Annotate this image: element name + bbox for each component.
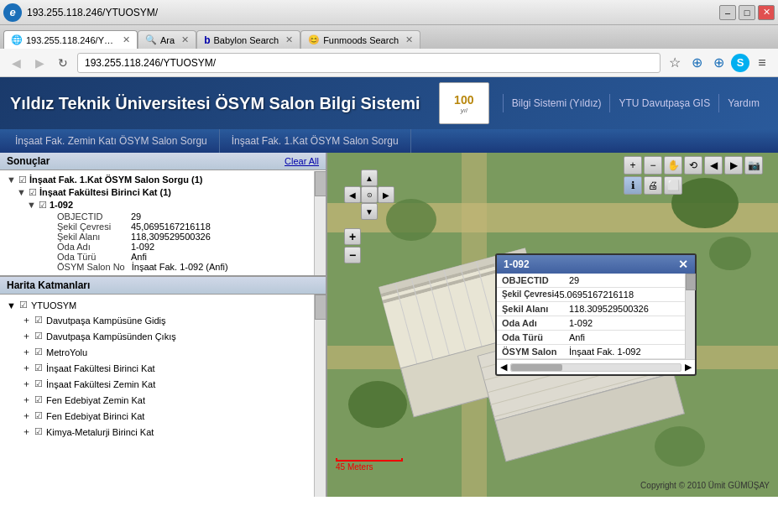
l1-checkbox[interactable]: ☑ <box>29 187 37 198</box>
back-button[interactable]: ◀ <box>7 54 25 72</box>
tab-babylon-favicon: b <box>204 34 210 46</box>
layer-fen-zemin-checkbox[interactable]: ☑ <box>34 394 43 405</box>
popup-footer-thumb[interactable] <box>511 364 562 371</box>
tab-main-close[interactable]: ✕ <box>123 34 130 45</box>
tool-zoom-out[interactable]: − <box>644 156 662 175</box>
tab-ara-close[interactable]: ✕ <box>181 34 189 45</box>
layer-insaat-birinci-label: İnşaat Fakültesi Birinci Kat <box>46 363 155 373</box>
zoom-in-button[interactable]: + <box>344 228 361 245</box>
layer-insaat-zemin[interactable]: ＋ ☑ İnşaat Fakültesi Zemin Kat <box>22 376 311 392</box>
layer-giris-checkbox[interactable]: ☑ <box>34 315 43 326</box>
pan-right-button[interactable]: ▶ <box>378 186 394 203</box>
layer-davutpasa-cikis[interactable]: ＋ ☑ Davutpaşa Kampüsünden Çıkış <box>22 328 311 344</box>
layer-metro-checkbox[interactable]: ☑ <box>34 347 43 357</box>
layers-scrollbar[interactable] <box>314 295 326 497</box>
results-scroll-thumb[interactable] <box>315 171 326 196</box>
tab-babylon-label: Babylon Search <box>213 35 279 45</box>
results-scrollbar[interactable] <box>314 171 326 275</box>
nav-birinci[interactable]: İnşaat Fak. 1.Kat ÖSYM Salon Sorgu <box>220 129 411 153</box>
layer-ytuosym-checkbox[interactable]: ☑ <box>19 300 28 310</box>
layer-metro-expand[interactable]: ＋ <box>22 346 31 358</box>
layer-giris-expand[interactable]: ＋ <box>22 314 31 326</box>
favorites-icon[interactable]: ☆ <box>666 54 684 72</box>
layer-fen-birinci[interactable]: ＋ ☑ Fen Edebiyat Birinci Kat <box>22 408 311 424</box>
attr-table: OBJECTID 29 Şekil Çevresi 45,06951672161… <box>7 211 319 272</box>
layer-davutpasa-giris[interactable]: ＋ ☑ Davutpaşa Kampüsüne Gidiş <box>22 312 311 328</box>
tool-square[interactable]: ⬜ <box>664 176 682 195</box>
tools-icon2[interactable]: ⊕ <box>709 54 728 72</box>
layer-insaat-birinci-expand[interactable]: ＋ <box>22 362 31 374</box>
pan-up-button[interactable]: ▲ <box>361 170 378 186</box>
popup-footer-left-arrow[interactable]: ◀ <box>500 362 507 373</box>
layer-insaat-zemin-checkbox[interactable]: ☑ <box>34 378 43 389</box>
tool-zoom-in[interactable]: + <box>624 156 642 175</box>
clear-all-link[interactable]: Clear All <box>285 156 319 166</box>
layer-insaat-birinci-checkbox[interactable]: ☑ <box>34 362 43 373</box>
bilgi-link[interactable]: Bilgi Sistemi (Yıldız) <box>503 94 610 112</box>
tab-funmoods[interactable]: 😊 Funmoods Search ✕ <box>300 30 420 49</box>
menu-icon[interactable]: ≡ <box>753 54 771 72</box>
forward-button[interactable]: ▶ <box>30 54 49 72</box>
address-input[interactable] <box>77 53 661 73</box>
root-checkbox[interactable]: ☑ <box>18 175 27 185</box>
layer-insaat-birinci[interactable]: ＋ ☑ İnşaat Fakültesi Birinci Kat <box>22 360 311 376</box>
l2-expand[interactable]: ▼ <box>27 200 36 210</box>
main-content: Sonuçlar Clear All ▼ ☑ İnşaat Fak. 1.Kat… <box>0 153 778 497</box>
pan-center-button[interactable]: ⊙ <box>361 186 378 203</box>
tool-info[interactable]: ℹ <box>624 176 642 195</box>
tab-funmoods-close[interactable]: ✕ <box>405 34 413 45</box>
map-popup: 1-092 ✕ OBJECTID 29 Şekil Çevresi 45.069… <box>495 253 697 376</box>
layer-insaat-zemin-expand[interactable]: ＋ <box>22 378 31 390</box>
l1-expand[interactable]: ▼ <box>17 187 26 197</box>
layer-fen-zemin-expand[interactable]: ＋ <box>22 394 31 406</box>
skype-icon[interactable]: S <box>731 54 749 72</box>
layer-kimya-checkbox[interactable]: ☑ <box>34 426 43 437</box>
layer-fen-zemin[interactable]: ＋ ☑ Fen Edebiyat Zemin Kat <box>22 392 311 408</box>
layer-kimya-expand[interactable]: ＋ <box>22 425 31 438</box>
tool-photo[interactable]: 📷 <box>744 156 763 175</box>
layer-fen-birinci-checkbox[interactable]: ☑ <box>34 410 43 421</box>
tool-pan[interactable]: ✋ <box>664 156 682 175</box>
tab-babylon[interactable]: b Babylon Search ✕ <box>196 30 300 49</box>
map-panel[interactable]: ▲ ◀ ⊙ ▶ ▼ + − + − ✋ ⟲ ◀ ▶ 📷 ℹ 🖨 ⬜ 1-092 <box>327 153 778 497</box>
tab-ara[interactable]: 🔍 Ara ✕ <box>138 30 196 49</box>
tool-back[interactable]: ◀ <box>704 156 723 175</box>
popup-key-cevresi: Şekil Çevresi <box>502 289 554 300</box>
layer-ytuosym-expand[interactable]: ▼ <box>7 300 16 310</box>
layers-scroll-thumb[interactable] <box>315 295 326 320</box>
scale-label: 45 Meters <box>336 462 373 472</box>
layer-cikis-checkbox[interactable]: ☑ <box>34 331 43 342</box>
layer-cikis-expand[interactable]: ＋ <box>22 330 31 342</box>
pan-down-button[interactable]: ▼ <box>361 203 378 220</box>
layer-kimya[interactable]: ＋ ☑ Kimya-Metalurji Birinci Kat <box>22 424 311 440</box>
ytu-link[interactable]: YTU Davutpaşa GIS <box>609 94 718 112</box>
pan-left-button[interactable]: ◀ <box>344 186 361 203</box>
tool-rotate[interactable]: ⟲ <box>684 156 702 175</box>
tab-babylon-close[interactable]: ✕ <box>285 34 293 45</box>
tool-print[interactable]: 🖨 <box>644 176 662 195</box>
nav-zemin[interactable]: İnşaat Fak. Zemin Katı ÖSYM Salon Sorgu <box>3 129 220 153</box>
layer-fen-birinci-expand[interactable]: ＋ <box>22 409 31 422</box>
root-expand[interactable]: ▼ <box>7 175 16 185</box>
tool-forward[interactable]: ▶ <box>724 156 743 175</box>
left-panel: Sonuçlar Clear All ▼ ☑ İnşaat Fak. 1.Kat… <box>0 153 327 497</box>
popup-footer-right-arrow[interactable]: ▶ <box>685 362 692 373</box>
maximize-button[interactable]: □ <box>739 5 755 20</box>
tab-main[interactable]: 🌐 193.255.118.246/YTUOSY! ✕ <box>3 30 138 49</box>
popup-val-salon: İnşaat Fak. 1-092 <box>569 347 680 357</box>
popup-scroll-thumb[interactable] <box>686 274 696 290</box>
popup-scrollbar[interactable] <box>685 274 695 359</box>
popup-val-odaturu: Anfi <box>569 332 680 342</box>
popup-footer-scrollbar[interactable] <box>510 363 681 372</box>
refresh-button[interactable]: ↻ <box>54 54 72 72</box>
layer-kimya-label: Kimya-Metalurji Birinci Kat <box>46 427 154 437</box>
tools-icon1[interactable]: ⊕ <box>687 54 706 72</box>
close-button[interactable]: ✕ <box>758 5 775 20</box>
l2-checkbox[interactable]: ☑ <box>39 200 47 211</box>
popup-close-button[interactable]: ✕ <box>678 258 688 271</box>
minimize-button[interactable]: – <box>719 5 736 20</box>
zoom-out-button[interactable]: − <box>344 247 361 263</box>
layer-metroyolu[interactable]: ＋ ☑ MetroYolu <box>22 344 311 360</box>
yardim-link[interactable]: Yardım <box>718 94 768 112</box>
layer-ytuosym[interactable]: ▼ ☑ YTUOSYM <box>7 298 311 312</box>
